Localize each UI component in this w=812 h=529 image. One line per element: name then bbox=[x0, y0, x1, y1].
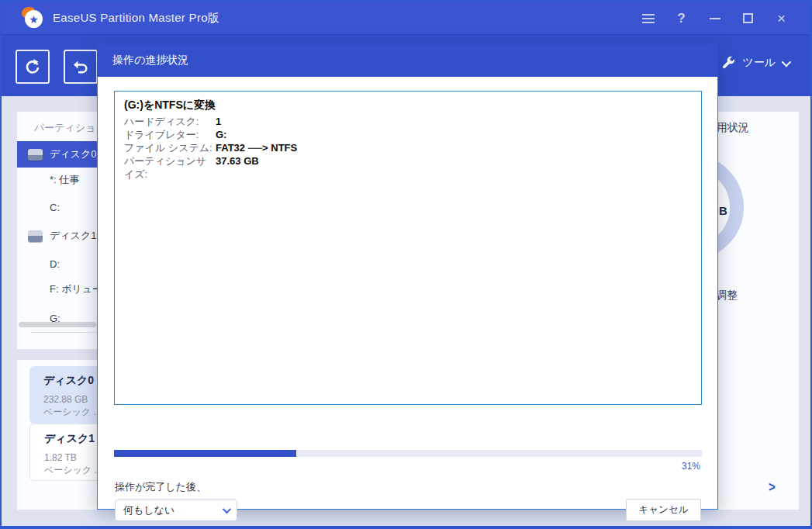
detail-row: ファイル システム: FAT32 ──> NTFS bbox=[124, 141, 692, 154]
horizontal-scrollbar[interactable] bbox=[19, 322, 96, 327]
after-operation-dropdown[interactable]: 何もしない bbox=[115, 500, 237, 521]
progress-bar-fill bbox=[114, 450, 296, 457]
maximize-button[interactable] bbox=[731, 2, 765, 35]
window-controls: ? × bbox=[631, 2, 798, 35]
title-bar: ★ EaseUS Partition Master Pro版 ? × bbox=[2, 2, 810, 35]
disk-icon bbox=[28, 149, 43, 161]
operation-title: (G:)をNTFSに変換 bbox=[124, 99, 692, 112]
disk-icon bbox=[28, 230, 43, 242]
maximize-icon bbox=[743, 13, 753, 23]
operation-info-box: (G:)をNTFSに変換 ハードディスク: 1 ドライブレター: G: ファイル… bbox=[114, 91, 702, 405]
detail-row: ハードディスク: 1 bbox=[124, 115, 692, 128]
close-button[interactable]: × bbox=[765, 2, 798, 35]
progress-dialog: 操作の進捗状況 (G:)をNTFSに変換 ハードディスク: 1 ドライブレター:… bbox=[97, 44, 718, 510]
undo-icon bbox=[71, 57, 90, 76]
detail-row: ドライブレター: G: bbox=[124, 128, 692, 141]
chevron-down-icon bbox=[223, 505, 231, 513]
tools-menu[interactable]: ツール bbox=[720, 55, 789, 71]
refresh-button[interactable] bbox=[16, 50, 50, 84]
usage-value-fragment: B bbox=[719, 204, 727, 217]
menu-button[interactable] bbox=[631, 2, 665, 35]
refresh-icon bbox=[23, 57, 42, 76]
app-window: ★ EaseUS Partition Master Pro版 ? × bbox=[0, 0, 812, 529]
app-title: EaseUS Partition Master Pro版 bbox=[53, 11, 219, 26]
minimize-button[interactable] bbox=[698, 2, 731, 35]
easeus-logo-icon: ★ bbox=[22, 7, 43, 29]
usage-header-fragment: 用状況 bbox=[717, 121, 749, 135]
hamburger-icon bbox=[642, 14, 655, 23]
chevron-down-icon bbox=[782, 57, 792, 67]
tools-label: ツール bbox=[742, 56, 776, 70]
detail-row: パーティションサイズ: 37.63 GB bbox=[124, 154, 692, 181]
dialog-body: (G:)をNTFSに変換 ハードディスク: 1 ドライブレター: G: ファイル… bbox=[97, 77, 718, 510]
progress-bar bbox=[114, 450, 702, 457]
cancel-button[interactable]: キャンセル bbox=[626, 499, 701, 521]
wrench-icon bbox=[720, 55, 736, 71]
help-button[interactable]: ? bbox=[665, 2, 698, 35]
dropdown-value: 何もしない bbox=[123, 503, 174, 517]
chevron-right-icon[interactable]: > bbox=[769, 479, 776, 496]
dialog-title: 操作の進捗状況 bbox=[97, 44, 718, 77]
help-icon: ? bbox=[677, 11, 685, 26]
after-operation-label: 操作が完了した後、 bbox=[115, 480, 206, 494]
adjust-label-fragment: 調整 bbox=[716, 289, 738, 303]
undo-button[interactable] bbox=[64, 50, 98, 84]
progress-percent: 31% bbox=[682, 461, 700, 472]
minimize-icon bbox=[710, 18, 720, 19]
window-bottom-border bbox=[2, 526, 810, 529]
close-icon: × bbox=[777, 11, 786, 26]
